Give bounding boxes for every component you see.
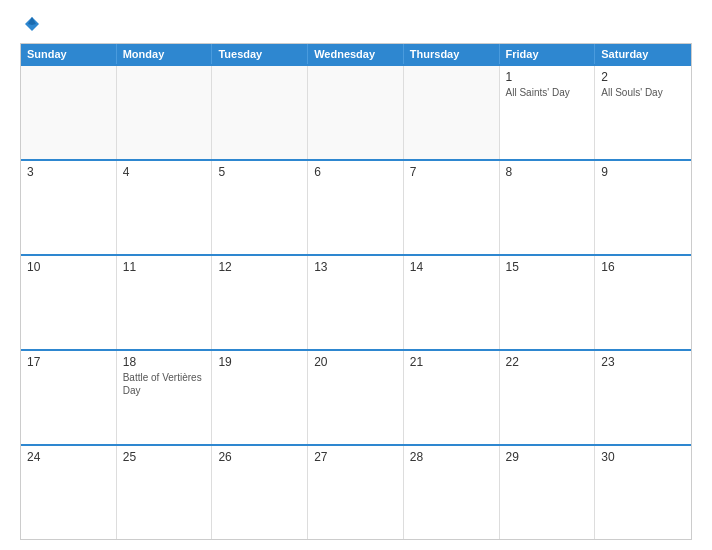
week-row-3: 10111213141516 — [21, 254, 691, 349]
cal-cell: 28 — [404, 446, 500, 539]
cal-cell: 21 — [404, 351, 500, 444]
logo-icon — [23, 15, 41, 33]
logo — [20, 15, 41, 33]
week-row-5: 24252627282930 — [21, 444, 691, 539]
day-number: 6 — [314, 165, 397, 179]
header-cell-friday: Friday — [500, 44, 596, 64]
cal-cell: 4 — [117, 161, 213, 254]
header-cell-saturday: Saturday — [595, 44, 691, 64]
day-number: 3 — [27, 165, 110, 179]
day-number: 13 — [314, 260, 397, 274]
day-number: 16 — [601, 260, 685, 274]
day-event: All Souls' Day — [601, 86, 685, 99]
cal-cell: 1All Saints' Day — [500, 66, 596, 159]
day-number: 11 — [123, 260, 206, 274]
cal-cell: 11 — [117, 256, 213, 349]
header-cell-thursday: Thursday — [404, 44, 500, 64]
day-number: 28 — [410, 450, 493, 464]
cal-cell — [404, 66, 500, 159]
cal-cell: 16 — [595, 256, 691, 349]
cal-cell — [117, 66, 213, 159]
day-number: 26 — [218, 450, 301, 464]
cal-cell: 17 — [21, 351, 117, 444]
day-number: 22 — [506, 355, 589, 369]
cal-cell: 7 — [404, 161, 500, 254]
cal-cell: 14 — [404, 256, 500, 349]
week-row-4: 1718Battle of Vertières Day1920212223 — [21, 349, 691, 444]
day-event: All Saints' Day — [506, 86, 589, 99]
day-number: 27 — [314, 450, 397, 464]
header — [20, 15, 692, 33]
day-number: 17 — [27, 355, 110, 369]
day-number: 15 — [506, 260, 589, 274]
day-number: 29 — [506, 450, 589, 464]
day-number: 14 — [410, 260, 493, 274]
day-number: 4 — [123, 165, 206, 179]
header-cell-tuesday: Tuesday — [212, 44, 308, 64]
cal-cell — [308, 66, 404, 159]
cal-cell: 9 — [595, 161, 691, 254]
calendar-body: 1All Saints' Day2All Souls' Day345678910… — [21, 64, 691, 539]
cal-cell: 12 — [212, 256, 308, 349]
day-number: 18 — [123, 355, 206, 369]
cal-cell: 23 — [595, 351, 691, 444]
day-number: 9 — [601, 165, 685, 179]
day-number: 12 — [218, 260, 301, 274]
day-number: 10 — [27, 260, 110, 274]
cal-cell: 3 — [21, 161, 117, 254]
day-number: 20 — [314, 355, 397, 369]
cal-cell: 20 — [308, 351, 404, 444]
cal-cell: 25 — [117, 446, 213, 539]
week-row-2: 3456789 — [21, 159, 691, 254]
day-number: 7 — [410, 165, 493, 179]
cal-cell: 24 — [21, 446, 117, 539]
cal-cell: 8 — [500, 161, 596, 254]
day-number: 19 — [218, 355, 301, 369]
day-number: 30 — [601, 450, 685, 464]
cal-cell: 10 — [21, 256, 117, 349]
day-number: 23 — [601, 355, 685, 369]
header-cell-monday: Monday — [117, 44, 213, 64]
day-number: 2 — [601, 70, 685, 84]
calendar-header: SundayMondayTuesdayWednesdayThursdayFrid… — [21, 44, 691, 64]
calendar: SundayMondayTuesdayWednesdayThursdayFrid… — [20, 43, 692, 540]
cal-cell: 29 — [500, 446, 596, 539]
day-number: 24 — [27, 450, 110, 464]
cal-cell — [212, 66, 308, 159]
cal-cell: 2All Souls' Day — [595, 66, 691, 159]
cal-cell: 5 — [212, 161, 308, 254]
page: SundayMondayTuesdayWednesdayThursdayFrid… — [0, 0, 712, 550]
cal-cell: 15 — [500, 256, 596, 349]
cal-cell — [21, 66, 117, 159]
cal-cell: 6 — [308, 161, 404, 254]
header-cell-wednesday: Wednesday — [308, 44, 404, 64]
day-number: 25 — [123, 450, 206, 464]
cal-cell: 30 — [595, 446, 691, 539]
day-number: 1 — [506, 70, 589, 84]
header-cell-sunday: Sunday — [21, 44, 117, 64]
day-number: 8 — [506, 165, 589, 179]
week-row-1: 1All Saints' Day2All Souls' Day — [21, 64, 691, 159]
cal-cell: 19 — [212, 351, 308, 444]
cal-cell: 22 — [500, 351, 596, 444]
day-event: Battle of Vertières Day — [123, 371, 206, 397]
cal-cell: 26 — [212, 446, 308, 539]
day-number: 21 — [410, 355, 493, 369]
cal-cell: 18Battle of Vertières Day — [117, 351, 213, 444]
cal-cell: 27 — [308, 446, 404, 539]
day-number: 5 — [218, 165, 301, 179]
cal-cell: 13 — [308, 256, 404, 349]
